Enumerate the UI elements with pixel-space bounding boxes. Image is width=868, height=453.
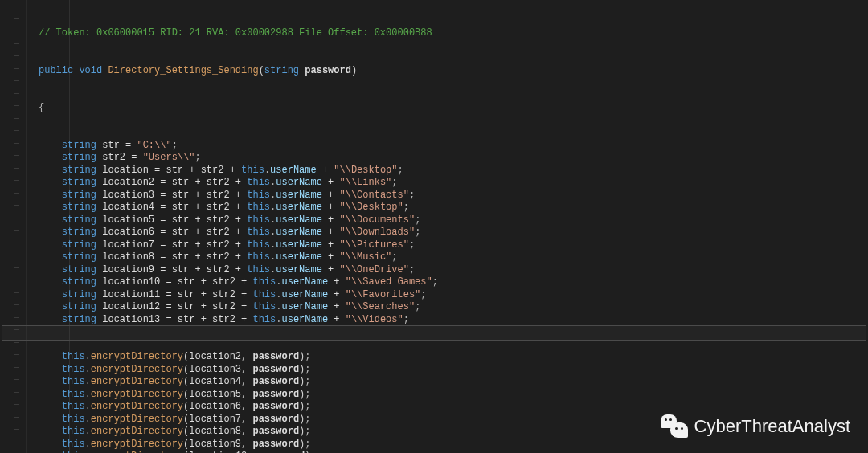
wechat-icon — [661, 414, 688, 439]
code-line: this.encryptDirectory(location4, passwor… — [39, 376, 868, 389]
code-line: string location4 = str + str2 + this.use… — [39, 202, 868, 214]
comment: // Token: 0x06000015 RID: 21 RVA: 0x0000… — [39, 27, 432, 39]
code-area[interactable]: // Token: 0x06000015 RID: 21 RVA: 0x0000… — [39, 2, 868, 453]
code-line: this.encryptDirectory(location6, passwor… — [39, 401, 868, 414]
code-line: string location12 = str + str2 + this.us… — [39, 301, 868, 314]
code-line: this.encryptDirectory(location3, passwor… — [39, 364, 868, 377]
gutter — [0, 0, 31, 453]
code-line: string location13 = str + str2 + this.us… — [39, 314, 868, 327]
code-line: this.encryptDirectory(location2, passwor… — [39, 351, 868, 364]
declarations-block: string str = "C:\\"; string str2 = "User… — [39, 140, 868, 327]
code-line: { — [39, 102, 868, 115]
code-line: string location3 = str + str2 + this.use… — [39, 190, 868, 202]
code-line: string location2 = str + str2 + this.use… — [39, 177, 868, 190]
code-line: string str2 = "Users\\"; — [39, 152, 868, 165]
code-line: string location11 = str + str2 + this.us… — [39, 289, 868, 302]
code-line: string location5 = str + str2 + this.use… — [39, 214, 868, 227]
code-line: string str = "C:\\"; — [39, 140, 868, 153]
code-line: this.encryptDirectory(location5, passwor… — [39, 389, 868, 402]
code-line: this.encryptDirectory(location9, passwor… — [39, 439, 868, 451]
watermark: CyberThreatAnalyst — [661, 414, 850, 439]
code-line: public void Directory_Settings_Sending(s… — [39, 65, 868, 78]
watermark-text: CyberThreatAnalyst — [694, 420, 850, 433]
code-line: string location7 = str + str2 + this.use… — [39, 239, 868, 252]
code-line: string location9 = str + str2 + this.use… — [39, 264, 868, 277]
code-line: string location6 = str + str2 + this.use… — [39, 226, 868, 239]
code-line: string location8 = str + str2 + this.use… — [39, 251, 868, 264]
code-editor: // Token: 0x06000015 RID: 21 RVA: 0x0000… — [0, 0, 868, 453]
code-line: // Token: 0x06000015 RID: 21 RVA: 0x0000… — [39, 27, 868, 40]
code-line: string location = str + str2 + this.user… — [39, 165, 868, 178]
code-line: string location10 = str + str2 + this.us… — [39, 276, 868, 289]
